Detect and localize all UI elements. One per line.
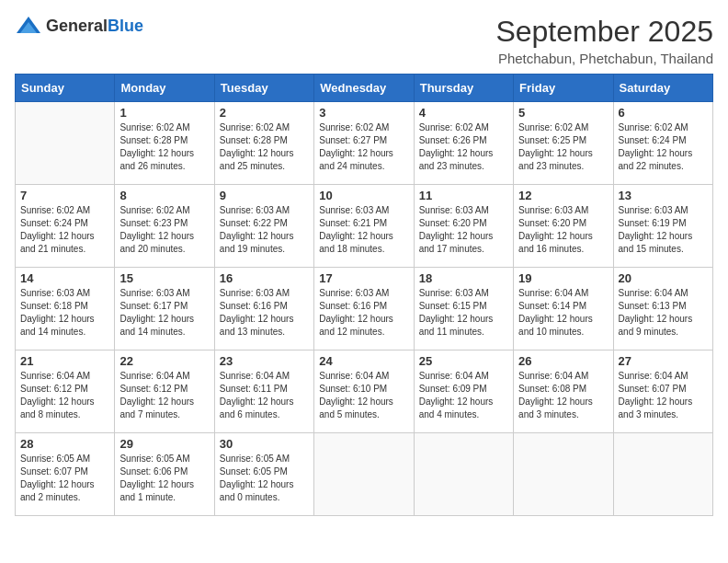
cell-date: 9 [220,189,309,202]
cell-info: Sunrise: 6:03 AMSunset: 6:18 PMDaylight:… [20,287,109,339]
cell-date: 8 [119,189,209,202]
calendar-cell: 17Sunrise: 6:03 AMSunset: 6:16 PMDayligh… [314,268,414,350]
calendar-week-row: 28Sunrise: 6:05 AMSunset: 6:07 PMDayligh… [16,433,713,516]
cell-info: Sunrise: 6:02 AMSunset: 6:23 PMDaylight:… [119,204,209,256]
calendar-cell: 9Sunrise: 6:03 AMSunset: 6:22 PMDaylight… [214,185,313,268]
header-thursday: Thursday [414,75,513,102]
title-section: September 2025 Phetchabun, Phetchabun, T… [495,15,713,66]
calendar-cell: 25Sunrise: 6:04 AMSunset: 6:09 PMDayligh… [414,350,513,433]
header-saturday: Saturday [613,75,712,102]
cell-date: 27 [619,354,708,368]
cell-date: 15 [119,271,209,285]
cell-date: 10 [319,189,408,202]
cell-date: 2 [220,106,309,120]
calendar-cell: 11Sunrise: 6:03 AMSunset: 6:20 PMDayligh… [414,185,513,268]
calendar-week-row: 7Sunrise: 6:02 AMSunset: 6:24 PMDaylight… [16,185,713,268]
calendar-cell: 5Sunrise: 6:02 AMSunset: 6:25 PMDaylight… [514,102,613,185]
calendar-cell: 24Sunrise: 6:04 AMSunset: 6:10 PMDayligh… [314,350,414,433]
calendar-cell: 27Sunrise: 6:04 AMSunset: 6:07 PMDayligh… [613,350,712,433]
calendar-cell [514,433,613,516]
header-tuesday: Tuesday [214,75,313,102]
calendar-cell: 22Sunrise: 6:04 AMSunset: 6:12 PMDayligh… [115,350,214,433]
cell-date: 25 [419,354,508,368]
header-friday: Friday [514,75,613,102]
cell-info: Sunrise: 6:03 AMSunset: 6:20 PMDaylight:… [419,204,508,256]
calendar-cell: 23Sunrise: 6:04 AMSunset: 6:11 PMDayligh… [214,350,313,433]
calendar-cell: 29Sunrise: 6:05 AMSunset: 6:06 PMDayligh… [115,433,214,516]
cell-info: Sunrise: 6:02 AMSunset: 6:24 PMDaylight:… [20,204,109,256]
calendar-cell: 1Sunrise: 6:02 AMSunset: 6:28 PMDaylight… [115,102,214,185]
calendar-cell [314,433,414,516]
logo: GeneralBlue [15,15,143,37]
calendar-cell: 15Sunrise: 6:03 AMSunset: 6:17 PMDayligh… [115,268,214,350]
cell-info: Sunrise: 6:02 AMSunset: 6:25 PMDaylight:… [518,121,608,173]
cell-date: 29 [119,437,209,451]
calendar-cell: 20Sunrise: 6:04 AMSunset: 6:13 PMDayligh… [613,268,712,350]
calendar-cell [16,102,115,185]
calendar-cell: 13Sunrise: 6:03 AMSunset: 6:19 PMDayligh… [613,185,712,268]
calendar-table: SundayMondayTuesdayWednesdayThursdayFrid… [15,74,713,516]
calendar-cell [414,433,513,516]
cell-info: Sunrise: 6:04 AMSunset: 6:07 PMDaylight:… [619,370,708,421]
cell-info: Sunrise: 6:05 AMSunset: 6:07 PMDaylight:… [20,453,109,504]
cell-date: 22 [119,354,209,368]
cell-info: Sunrise: 6:04 AMSunset: 6:13 PMDaylight:… [619,287,708,339]
calendar-cell: 26Sunrise: 6:04 AMSunset: 6:08 PMDayligh… [514,350,613,433]
cell-date: 21 [20,354,109,368]
calendar-week-row: 21Sunrise: 6:04 AMSunset: 6:12 PMDayligh… [16,350,713,433]
calendar-cell: 4Sunrise: 6:02 AMSunset: 6:26 PMDaylight… [414,102,513,185]
cell-info: Sunrise: 6:03 AMSunset: 6:19 PMDaylight:… [619,204,708,256]
cell-info: Sunrise: 6:04 AMSunset: 6:09 PMDaylight:… [419,370,508,421]
cell-date: 30 [220,437,309,451]
calendar-cell: 6Sunrise: 6:02 AMSunset: 6:24 PMDaylight… [613,102,712,185]
cell-date: 28 [20,437,109,451]
cell-info: Sunrise: 6:05 AMSunset: 6:05 PMDaylight:… [220,453,309,504]
cell-info: Sunrise: 6:05 AMSunset: 6:06 PMDaylight:… [119,453,209,504]
cell-date: 12 [518,189,608,202]
calendar-cell: 28Sunrise: 6:05 AMSunset: 6:07 PMDayligh… [16,433,115,516]
cell-info: Sunrise: 6:03 AMSunset: 6:15 PMDaylight:… [419,287,508,339]
calendar-cell: 10Sunrise: 6:03 AMSunset: 6:21 PMDayligh… [314,185,414,268]
calendar-cell: 30Sunrise: 6:05 AMSunset: 6:05 PMDayligh… [214,433,313,516]
cell-date: 26 [518,354,608,368]
calendar-subtitle: Phetchabun, Phetchabun, Thailand [495,51,713,66]
cell-info: Sunrise: 6:02 AMSunset: 6:27 PMDaylight:… [319,121,408,173]
cell-info: Sunrise: 6:04 AMSunset: 6:12 PMDaylight:… [20,370,109,421]
header-wednesday: Wednesday [314,75,414,102]
cell-date: 4 [419,106,508,120]
cell-info: Sunrise: 6:03 AMSunset: 6:22 PMDaylight:… [220,204,309,256]
calendar-cell: 21Sunrise: 6:04 AMSunset: 6:12 PMDayligh… [16,350,115,433]
cell-info: Sunrise: 6:04 AMSunset: 6:08 PMDaylight:… [518,370,608,421]
calendar-cell: 18Sunrise: 6:03 AMSunset: 6:15 PMDayligh… [414,268,513,350]
cell-date: 7 [20,189,109,202]
cell-info: Sunrise: 6:02 AMSunset: 6:28 PMDaylight:… [119,121,209,173]
cell-date: 17 [319,271,408,285]
cell-date: 13 [619,189,708,202]
cell-date: 24 [319,354,408,368]
cell-info: Sunrise: 6:03 AMSunset: 6:16 PMDaylight:… [319,287,408,339]
page-header: GeneralBlue September 2025 Phetchabun, P… [15,15,713,66]
calendar-header-row: SundayMondayTuesdayWednesdayThursdayFrid… [16,75,713,102]
cell-date: 6 [619,106,708,120]
calendar-cell: 19Sunrise: 6:04 AMSunset: 6:14 PMDayligh… [514,268,613,350]
calendar-cell: 2Sunrise: 6:02 AMSunset: 6:28 PMDaylight… [214,102,313,185]
cell-info: Sunrise: 6:04 AMSunset: 6:10 PMDaylight:… [319,370,408,421]
cell-date: 11 [419,189,508,202]
calendar-cell: 8Sunrise: 6:02 AMSunset: 6:23 PMDaylight… [115,185,214,268]
cell-date: 16 [220,271,309,285]
cell-date: 18 [419,271,508,285]
cell-info: Sunrise: 6:04 AMSunset: 6:11 PMDaylight:… [220,370,309,421]
cell-date: 3 [319,106,408,120]
calendar-cell: 12Sunrise: 6:03 AMSunset: 6:20 PMDayligh… [514,185,613,268]
cell-info: Sunrise: 6:04 AMSunset: 6:12 PMDaylight:… [119,370,209,421]
cell-info: Sunrise: 6:03 AMSunset: 6:21 PMDaylight:… [319,204,408,256]
cell-date: 20 [619,271,708,285]
calendar-title: September 2025 [495,15,713,49]
calendar-week-row: 1Sunrise: 6:02 AMSunset: 6:28 PMDaylight… [16,102,713,185]
cell-info: Sunrise: 6:03 AMSunset: 6:20 PMDaylight:… [518,204,608,256]
cell-date: 1 [119,106,209,120]
cell-info: Sunrise: 6:02 AMSunset: 6:24 PMDaylight:… [619,121,708,173]
cell-date: 5 [518,106,608,120]
cell-info: Sunrise: 6:02 AMSunset: 6:28 PMDaylight:… [220,121,309,173]
cell-info: Sunrise: 6:02 AMSunset: 6:26 PMDaylight:… [419,121,508,173]
